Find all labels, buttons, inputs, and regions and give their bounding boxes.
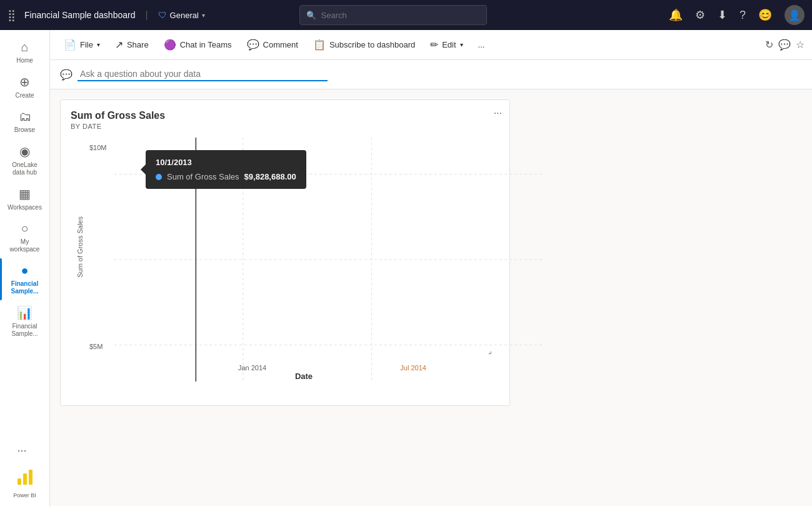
svg-rect-2 bbox=[29, 470, 33, 485]
y-axis-label: Sum of Gross Sales bbox=[71, 138, 89, 357]
content-area: 📄 File ▾ ↗ Share 🟣 Chat in Teams 💬 Comme… bbox=[50, 30, 812, 506]
title-divider: | bbox=[145, 9, 148, 21]
sidebar-item-financial-report[interactable]: 📊 Financial Sample... bbox=[0, 300, 49, 343]
download-icon[interactable]: ⬇ bbox=[718, 8, 727, 22]
refresh-icon[interactable]: ↻ bbox=[765, 39, 773, 51]
chart-area: Sum of Gross Sales $10M $5M bbox=[71, 138, 499, 382]
sidebar-bottom: ··· Power BI bbox=[13, 439, 38, 501]
sidebar-item-financial-sample-active[interactable]: ● Financial Sample... bbox=[0, 258, 49, 300]
notifications-icon[interactable]: 🔔 bbox=[669, 8, 683, 22]
share-icon: ↗ bbox=[115, 39, 123, 51]
shield-icon: 🛡 bbox=[158, 10, 167, 20]
comment-button[interactable]: 💬 Comment bbox=[241, 35, 304, 54]
sidebar-item-home[interactable]: ⌂ Home bbox=[0, 35, 49, 69]
file-icon: 📄 bbox=[64, 39, 76, 51]
main-layout: ⌂ Home ⊕ Create 🗂 Browse ◉ OneLake data … bbox=[0, 30, 812, 506]
toolbar: 📄 File ▾ ↗ Share 🟣 Chat in Teams 💬 Comme… bbox=[50, 30, 812, 60]
file-chevron-icon: ▾ bbox=[97, 41, 100, 48]
workspace-name: General bbox=[170, 11, 199, 20]
chat-button[interactable]: 🟣 Chat in Teams bbox=[158, 35, 238, 54]
app-title: Financial Sample dashboard bbox=[24, 10, 135, 20]
qa-icon: 💬 bbox=[60, 69, 73, 81]
dashboard: Sum of Gross Sales BY DATE ··· Sum of Gr… bbox=[50, 89, 812, 506]
edit-button[interactable]: ✏ Edit ▾ bbox=[424, 35, 469, 54]
chat-right-icon[interactable]: 💬 bbox=[778, 39, 791, 51]
chart-tile: Sum of Gross Sales BY DATE ··· Sum of Gr… bbox=[60, 99, 510, 406]
search-bar[interactable]: 🔍 bbox=[299, 5, 487, 25]
svg-rect-1 bbox=[23, 473, 27, 485]
sidebar-item-my-workspace[interactable]: ○ My workspace bbox=[0, 216, 49, 258]
sidebar-item-onelake[interactable]: ◉ OneLake data hub bbox=[0, 139, 49, 181]
chart-svg bbox=[114, 138, 543, 382]
sidebar: ⌂ Home ⊕ Create 🗂 Browse ◉ OneLake data … bbox=[0, 30, 50, 506]
qa-bar: 💬 bbox=[50, 60, 812, 89]
settings-icon[interactable]: ⚙ bbox=[695, 8, 705, 22]
chevron-down-icon: ▾ bbox=[202, 12, 205, 19]
home-icon: ⌂ bbox=[21, 40, 28, 54]
svg-point-9 bbox=[193, 164, 199, 170]
favorite-icon[interactable]: ☆ bbox=[796, 39, 804, 51]
search-input[interactable] bbox=[321, 11, 480, 20]
onelake-icon: ◉ bbox=[19, 144, 30, 159]
feedback-icon[interactable]: 😊 bbox=[758, 8, 772, 22]
workspaces-icon: ▦ bbox=[19, 186, 31, 201]
toolbar-right: ↻ 💬 ☆ bbox=[765, 39, 804, 51]
browse-icon: 🗂 bbox=[19, 109, 31, 124]
y-axis-ticks: $10M $5M bbox=[89, 138, 114, 357]
create-icon: ⊕ bbox=[19, 74, 30, 89]
active-indicator bbox=[0, 258, 2, 300]
edit-icon: ✏ bbox=[430, 39, 438, 51]
chart-more-icon[interactable]: ··· bbox=[494, 108, 502, 119]
svg-rect-0 bbox=[18, 478, 21, 485]
chat-icon: 🟣 bbox=[164, 39, 176, 51]
help-icon[interactable]: ? bbox=[739, 9, 746, 22]
top-navbar: ⣿ Financial Sample dashboard | 🛡 General… bbox=[0, 0, 812, 30]
financial-report-icon: 📊 bbox=[17, 305, 33, 320]
file-button[interactable]: 📄 File ▾ bbox=[58, 35, 106, 54]
chart-title: Sum of Gross Sales bbox=[71, 110, 499, 121]
powerbi-logo bbox=[13, 465, 38, 490]
sidebar-item-create[interactable]: ⊕ Create bbox=[0, 69, 49, 104]
workspace-selector[interactable]: 🛡 General ▾ bbox=[158, 10, 205, 20]
chart-subtitle: BY DATE bbox=[71, 123, 499, 130]
expand-icon[interactable]: ⌟ bbox=[488, 347, 492, 355]
powerbi-label: Power BI bbox=[13, 492, 38, 501]
qa-input[interactable] bbox=[78, 68, 328, 81]
my-workspace-icon: ○ bbox=[21, 221, 28, 236]
sidebar-item-browse[interactable]: 🗂 Browse bbox=[0, 104, 49, 139]
sidebar-more-icon[interactable]: ··· bbox=[13, 439, 38, 462]
subscribe-icon: 📋 bbox=[313, 39, 326, 51]
avatar[interactable]: 👤 bbox=[784, 5, 804, 25]
x-axis-title: Date bbox=[114, 370, 493, 382]
sidebar-item-workspaces[interactable]: ▦ Workspaces bbox=[0, 181, 49, 216]
edit-chevron-icon: ▾ bbox=[460, 41, 463, 48]
comment-icon: 💬 bbox=[247, 39, 259, 51]
apps-icon[interactable]: ⣿ bbox=[8, 8, 16, 22]
share-button[interactable]: ↗ Share bbox=[109, 35, 155, 54]
financial-active-icon: ● bbox=[21, 263, 28, 278]
top-actions: 🔔 ⚙ ⬇ ? 😊 👤 bbox=[669, 5, 804, 25]
search-icon: 🔍 bbox=[306, 11, 316, 20]
subscribe-button[interactable]: 📋 Subscribe to dashboard bbox=[307, 35, 421, 54]
more-button[interactable]: ... bbox=[472, 36, 491, 53]
